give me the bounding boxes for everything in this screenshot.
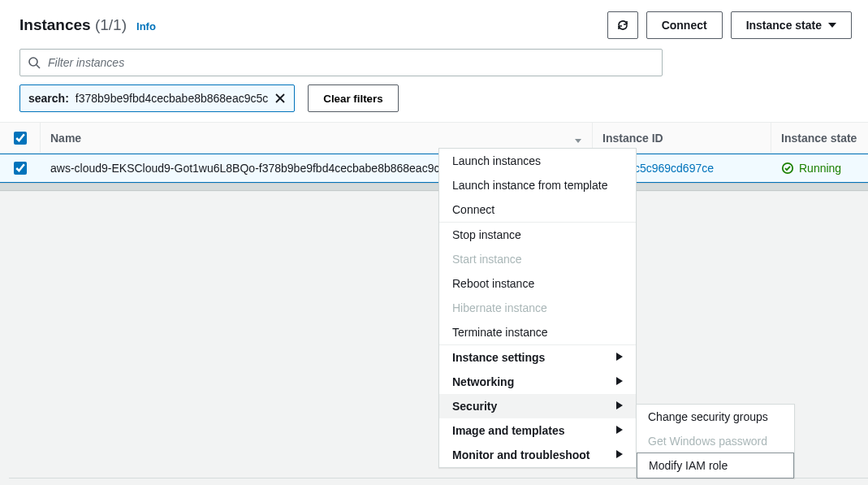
svg-marker-9 <box>616 426 623 434</box>
status-text: Running <box>799 162 841 175</box>
svg-line-1 <box>37 65 40 68</box>
row-state-cell: Running <box>771 154 868 182</box>
ctx-item-label: Launch instances <box>452 154 541 167</box>
chip-value: f378b9be9fbd4cecbabe8b868eac9c5c <box>76 92 268 105</box>
ctx-item-launch-instance-from-template[interactable]: Launch instance from template <box>439 173 636 197</box>
col-id-label: Instance ID <box>602 132 663 145</box>
ctx-item-reboot-instance[interactable]: Reboot instance <box>439 271 636 296</box>
col-state-header[interactable]: Instance state <box>771 123 868 153</box>
ctx-item-start-instance: Start instance <box>439 247 636 271</box>
clear-filters-button[interactable]: Clear filters <box>308 84 398 112</box>
instance-state-label: Instance state <box>746 19 822 32</box>
ctx-item-label: Launch instance from template <box>452 179 607 192</box>
search-icon <box>28 56 41 69</box>
status-badge: Running <box>781 162 841 175</box>
ctx-item-label: Start instance <box>452 253 522 266</box>
submenu-arrow-icon <box>616 353 623 362</box>
ctx-sub-label: Get Windows password <box>648 435 767 448</box>
filter-input-wrap <box>19 49 663 76</box>
title-count: (1/1) <box>95 16 127 33</box>
ctx-sub-label: Change security groups <box>648 410 768 423</box>
title-text: Instances <box>19 16 91 33</box>
ctx-item-label: Security <box>452 400 497 413</box>
svg-marker-10 <box>616 450 623 458</box>
ctx-item-stop-instance[interactable]: Stop instance <box>439 223 636 247</box>
page-title: Instances (1/1) <box>19 16 127 34</box>
ctx-item-label: Reboot instance <box>452 277 534 290</box>
ctx-item-security[interactable]: Security <box>439 394 636 418</box>
chip-row: search: f378b9be9fbd4cecbabe8b868eac9c5c… <box>0 84 868 122</box>
col-select-all[interactable] <box>0 123 41 153</box>
chip-close[interactable] <box>274 93 286 104</box>
ctx-item-networking[interactable]: Networking <box>439 370 636 394</box>
ctx-item-image-and-templates[interactable]: Image and templates <box>439 418 636 443</box>
refresh-icon <box>616 19 629 32</box>
ctx-item-label: Hibernate instance <box>452 301 547 314</box>
ctx-item-hibernate-instance: Hibernate instance <box>439 296 636 320</box>
ctx-item-label: Terminate instance <box>452 326 548 339</box>
header-left: Instances (1/1) Info <box>19 16 156 34</box>
row-checkbox[interactable] <box>14 162 27 175</box>
svg-marker-6 <box>616 353 623 361</box>
ctx-sub-item-modify-iam-role[interactable]: Modify IAM role <box>637 453 794 479</box>
select-all-checkbox[interactable] <box>14 132 27 145</box>
submenu-arrow-icon <box>616 377 623 387</box>
horizontal-scrollbar[interactable] <box>0 183 868 191</box>
page-header: Instances (1/1) Info Connect Instance st… <box>0 0 868 44</box>
ctx-item-terminate-instance[interactable]: Terminate instance <box>439 320 636 344</box>
ctx-item-launch-instances[interactable]: Launch instances <box>439 149 636 173</box>
table-row[interactable]: aws-cloud9-EKSCloud9-Got1wu6L8BQo-f378b9… <box>0 154 868 183</box>
ctx-item-connect[interactable]: Connect <box>439 197 636 222</box>
ctx-item-label: Image and templates <box>452 424 565 437</box>
chip-key: search: <box>28 92 69 105</box>
ctx-item-label: Stop instance <box>452 228 521 241</box>
submenu-arrow-icon <box>616 401 623 411</box>
connect-label: Connect <box>662 19 707 32</box>
ctx-item-instance-settings[interactable]: Instance settings <box>439 345 636 370</box>
ctx-sub-item-change-security-groups[interactable]: Change security groups <box>637 405 794 429</box>
connect-button[interactable]: Connect <box>646 11 723 39</box>
ctx-sub-item-get-windows-password: Get Windows password <box>637 429 794 453</box>
row-checkbox-cell[interactable] <box>0 154 41 182</box>
info-link[interactable]: Info <box>136 20 156 32</box>
ctx-item-monitor-and-troubleshoot[interactable]: Monitor and troubleshoot <box>439 443 636 467</box>
ctx-item-label: Networking <box>452 375 514 388</box>
close-icon <box>274 93 286 104</box>
context-submenu-security: Change security groupsGet Windows passwo… <box>636 404 795 479</box>
caret-down-icon <box>828 23 836 28</box>
submenu-arrow-icon <box>616 450 623 460</box>
svg-marker-7 <box>616 377 623 385</box>
instance-name: aws-cloud9-EKSCloud9-Got1wu6L8BQo-f378b9… <box>50 162 451 175</box>
header-actions: Connect Instance state <box>607 11 852 39</box>
instance-state-button[interactable]: Instance state <box>731 11 852 39</box>
col-name-label: Name <box>50 132 81 145</box>
svg-marker-4 <box>575 139 581 143</box>
col-state-label: Instance state <box>781 132 857 145</box>
check-circle-icon <box>781 162 794 175</box>
filter-row <box>0 44 868 84</box>
clear-filters-label: Clear filters <box>323 93 382 105</box>
filter-input[interactable] <box>19 49 663 76</box>
svg-point-0 <box>29 58 37 66</box>
ctx-item-label: Connect <box>452 203 494 216</box>
ctx-item-label: Instance settings <box>452 351 545 364</box>
submenu-arrow-icon <box>616 426 623 435</box>
filter-chip[interactable]: search: f378b9be9fbd4cecbabe8b868eac9c5c <box>19 84 295 112</box>
refresh-button[interactable] <box>607 11 638 39</box>
sort-icon <box>574 133 582 143</box>
svg-marker-8 <box>616 401 623 409</box>
ctx-item-label: Monitor and troubleshoot <box>452 448 590 461</box>
table-header: Name Instance ID Instance state <box>0 123 868 154</box>
context-menu: Launch instancesLaunch instance from tem… <box>438 148 637 468</box>
ctx-sub-label: Modify IAM role <box>649 459 728 472</box>
